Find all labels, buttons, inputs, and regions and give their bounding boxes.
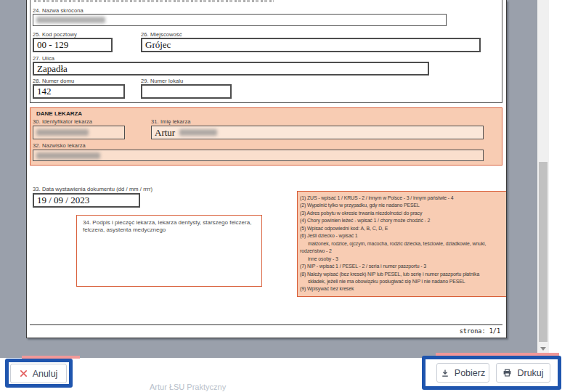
footer-rule <box>30 324 502 325</box>
redacted-value <box>36 129 89 136</box>
footnotes-box: (1) ZUS - wpisać 1 / KRUS - 2 / innym w … <box>297 191 507 297</box>
signature-box: 34. Podpis i pieczęć lekarza, lekarza de… <box>76 215 262 287</box>
dialog-footer: Anuluj Pobierz Drukuj Artur ŁSU Praktycz… <box>0 358 578 392</box>
footnote-line: (1) ZUS - wpisać 1 / KRUS - 2 / innym w … <box>300 195 505 202</box>
footnote-line: składek, jeżeli nie ma obowiązku posługi… <box>300 278 505 285</box>
footnote-line: rodzeństwo - 2 <box>300 248 505 255</box>
footnote-line: (2) Wypełnić tylko w przypadku, gdy nie … <box>300 202 505 209</box>
field-33-value: 19 / 09 / 2023 <box>33 193 140 208</box>
field-27-value: Zapadła <box>33 62 429 75</box>
field-30-value <box>33 126 125 139</box>
field-25-value: 00 - 129 <box>33 38 113 52</box>
field-24-value <box>33 14 447 26</box>
field-25-label: 25. Kod pocztowy <box>33 31 77 38</box>
footnote-line: inne osoby - 3 <box>300 256 505 263</box>
field-33-label: 33. Data wystawienia dokumentu (dd / mm … <box>33 186 152 192</box>
print-button[interactable]: Drukuj <box>496 363 550 383</box>
field-31-label: 31. Imię lekarza <box>151 118 191 125</box>
field-32-value <box>33 150 484 161</box>
document-viewer: 24. Nazwa skrócona 25. Kod pocztowy 26. … <box>0 0 537 358</box>
redacted-value <box>179 129 217 136</box>
field-26-label: 26. Miejscowość <box>141 31 182 38</box>
scrollbar-down-button[interactable] <box>537 341 549 356</box>
cancel-button-label: Anuluj <box>33 369 58 379</box>
scrollbar-thumb[interactable] <box>539 162 548 342</box>
download-icon <box>441 369 449 377</box>
printer-icon <box>502 368 512 377</box>
form-page: 24. Nazwa skrócona 25. Kod pocztowy 26. … <box>26 0 507 338</box>
footnote-line: małżonek, rodzice, ojczym, macocha, rodz… <box>300 240 505 248</box>
chevron-down-icon <box>540 347 546 351</box>
footnote-line: (6) Jeśli dziecko - wpisać 1 <box>300 232 505 240</box>
redacted-value <box>36 17 105 23</box>
document-preview-dialog: 24. Nazwa skrócona 25. Kod pocztowy 26. … <box>0 0 578 392</box>
field-28-label: 28. Numer domu <box>33 78 74 84</box>
field-31-value: Artur <box>151 126 484 139</box>
footnote-line: (5) Wpisać odpowiedni kod: A, B, C, D, E <box>300 225 505 232</box>
doctor-first-name: Artur <box>155 127 175 139</box>
footnote-line: (8) Należy wpisać (bez kresek) NIP lub P… <box>300 271 505 278</box>
field-24-label: 24. Nazwa skrócona <box>33 7 84 14</box>
field-29-label: 29. Numer lokalu <box>141 78 183 84</box>
field-29-value <box>141 84 232 99</box>
print-button-label: Drukuj <box>517 368 543 378</box>
field-27-label: 27. Ulica <box>33 55 54 62</box>
field-30-label: 30. Identyfikator lekarza <box>33 118 92 125</box>
field-32-label: 32. Nazwisko lekarza <box>33 142 86 149</box>
footnote-line: (3) Adres pobytu w okresie trwania niezd… <box>300 210 505 217</box>
footnote-line: (4) Chory powinien leżeć - wpisać 1 / ch… <box>300 217 505 224</box>
footnote-line: (9) Wpisywać bez kresek <box>300 285 505 293</box>
redacted-value <box>36 152 100 159</box>
cancel-button[interactable]: Anuluj <box>10 364 67 383</box>
page-indicator: strona: 1/1 <box>460 327 500 335</box>
background-watermark-text: Artur ŁSU Praktyczny <box>150 383 226 391</box>
doctor-section-title: DANE LEKARZA <box>36 110 82 117</box>
field-26-value: Grójec <box>141 38 481 52</box>
field-28-value: 142 <box>33 84 125 99</box>
close-icon <box>20 369 28 377</box>
scrollbar-track[interactable] <box>537 0 549 357</box>
download-button-label: Pobierz <box>455 368 485 378</box>
download-button[interactable]: Pobierz <box>436 363 489 383</box>
footnote-line: (7) NIP - wpisać 1 / PESEL - 2 / seria i… <box>300 263 505 270</box>
